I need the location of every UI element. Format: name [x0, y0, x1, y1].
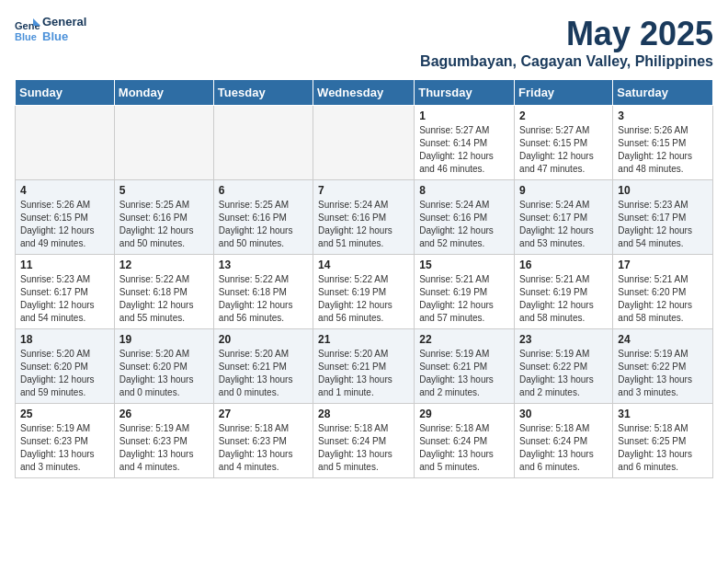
calendar-cell: 7Sunrise: 5:24 AM Sunset: 6:16 PM Daylig… — [313, 180, 415, 255]
day-info: Sunrise: 5:19 AM Sunset: 6:23 PM Dayligh… — [20, 422, 109, 474]
day-number: 2 — [519, 109, 608, 122]
day-info: Sunrise: 5:21 AM Sunset: 6:19 PM Dayligh… — [519, 273, 608, 325]
day-number: 31 — [618, 408, 708, 420]
header-thursday: Thursday — [415, 80, 515, 106]
day-number: 6 — [219, 184, 308, 197]
calendar-cell: 2Sunrise: 5:27 AM Sunset: 6:15 PM Daylig… — [515, 106, 613, 180]
header-monday: Monday — [114, 80, 213, 106]
logo-icon: General Blue — [15, 17, 40, 42]
calendar-cell: 15Sunrise: 5:21 AM Sunset: 6:19 PM Dayli… — [415, 255, 515, 329]
calendar-cell: 18Sunrise: 5:20 AM Sunset: 6:20 PM Dayli… — [16, 329, 115, 404]
week-row-1: 1Sunrise: 5:27 AM Sunset: 6:14 PM Daylig… — [16, 106, 713, 180]
day-info: Sunrise: 5:20 AM Sunset: 6:21 PM Dayligh… — [219, 348, 308, 399]
calendar-cell: 8Sunrise: 5:24 AM Sunset: 6:16 PM Daylig… — [415, 180, 515, 255]
day-info: Sunrise: 5:27 AM Sunset: 6:15 PM Dayligh… — [519, 124, 608, 176]
day-number: 28 — [318, 408, 409, 420]
day-number: 25 — [20, 408, 109, 420]
day-number: 23 — [519, 333, 608, 346]
calendar-cell: 29Sunrise: 5:18 AM Sunset: 6:24 PM Dayli… — [415, 404, 515, 478]
calendar-cell: 19Sunrise: 5:20 AM Sunset: 6:20 PM Dayli… — [114, 329, 213, 404]
day-number: 20 — [219, 333, 308, 346]
logo: General Blue General Blue — [15, 15, 86, 43]
calendar-cell: 21Sunrise: 5:20 AM Sunset: 6:21 PM Dayli… — [313, 329, 415, 404]
day-info: Sunrise: 5:20 AM Sunset: 6:20 PM Dayligh… — [20, 348, 109, 399]
day-number: 13 — [219, 259, 308, 271]
day-info: Sunrise: 5:25 AM Sunset: 6:16 PM Dayligh… — [219, 199, 308, 250]
day-info: Sunrise: 5:18 AM Sunset: 6:24 PM Dayligh… — [419, 422, 509, 474]
header-friday: Friday — [515, 80, 613, 106]
calendar-cell: 24Sunrise: 5:19 AM Sunset: 6:22 PM Dayli… — [613, 329, 713, 404]
calendar-cell: 20Sunrise: 5:20 AM Sunset: 6:21 PM Dayli… — [213, 329, 313, 404]
day-number: 26 — [119, 408, 209, 420]
calendar-cell: 28Sunrise: 5:18 AM Sunset: 6:24 PM Dayli… — [313, 404, 415, 478]
day-info: Sunrise: 5:24 AM Sunset: 6:16 PM Dayligh… — [419, 199, 509, 250]
day-info: Sunrise: 5:22 AM Sunset: 6:18 PM Dayligh… — [219, 273, 308, 325]
header-wednesday: Wednesday — [313, 80, 415, 106]
calendar-cell — [213, 106, 313, 180]
day-number: 8 — [419, 184, 509, 197]
logo-line1: General — [42, 15, 86, 29]
day-info: Sunrise: 5:25 AM Sunset: 6:16 PM Dayligh… — [119, 199, 209, 250]
calendar-cell: 22Sunrise: 5:19 AM Sunset: 6:21 PM Dayli… — [415, 329, 515, 404]
week-row-3: 11Sunrise: 5:23 AM Sunset: 6:17 PM Dayli… — [16, 255, 713, 329]
calendar-cell — [114, 106, 213, 180]
calendar-cell: 3Sunrise: 5:26 AM Sunset: 6:15 PM Daylig… — [613, 106, 713, 180]
svg-text:Blue: Blue — [15, 31, 37, 42]
calendar-cell: 30Sunrise: 5:18 AM Sunset: 6:24 PM Dayli… — [515, 404, 613, 478]
calendar-cell: 14Sunrise: 5:22 AM Sunset: 6:19 PM Dayli… — [313, 255, 415, 329]
day-info: Sunrise: 5:21 AM Sunset: 6:20 PM Dayligh… — [618, 273, 708, 325]
day-number: 15 — [419, 259, 509, 271]
header-saturday: Saturday — [613, 80, 713, 106]
title-block: May 2025 Bagumbayan, Cagayan Valley, Phi… — [420, 15, 713, 70]
week-row-5: 25Sunrise: 5:19 AM Sunset: 6:23 PM Dayli… — [16, 404, 713, 478]
day-number: 16 — [519, 259, 608, 271]
day-info: Sunrise: 5:24 AM Sunset: 6:17 PM Dayligh… — [519, 199, 608, 250]
calendar-cell: 17Sunrise: 5:21 AM Sunset: 6:20 PM Dayli… — [613, 255, 713, 329]
day-info: Sunrise: 5:19 AM Sunset: 6:22 PM Dayligh… — [519, 348, 608, 399]
day-info: Sunrise: 5:24 AM Sunset: 6:16 PM Dayligh… — [318, 199, 409, 250]
calendar-cell: 9Sunrise: 5:24 AM Sunset: 6:17 PM Daylig… — [515, 180, 613, 255]
day-number: 1 — [419, 109, 509, 122]
day-number: 7 — [318, 184, 409, 197]
logo-line2: Blue — [42, 29, 86, 44]
day-number: 9 — [519, 184, 608, 197]
day-number: 24 — [618, 333, 708, 346]
month-year: May 2025 — [420, 15, 713, 53]
day-info: Sunrise: 5:22 AM Sunset: 6:18 PM Dayligh… — [119, 273, 209, 325]
day-number: 4 — [20, 184, 109, 197]
header-sunday: Sunday — [16, 80, 115, 106]
day-info: Sunrise: 5:18 AM Sunset: 6:25 PM Dayligh… — [618, 422, 708, 474]
week-row-4: 18Sunrise: 5:20 AM Sunset: 6:20 PM Dayli… — [16, 329, 713, 404]
day-info: Sunrise: 5:18 AM Sunset: 6:23 PM Dayligh… — [219, 422, 308, 474]
calendar-cell: 13Sunrise: 5:22 AM Sunset: 6:18 PM Dayli… — [213, 255, 313, 329]
day-number: 12 — [119, 259, 209, 271]
day-info: Sunrise: 5:19 AM Sunset: 6:21 PM Dayligh… — [419, 348, 509, 399]
calendar-cell: 12Sunrise: 5:22 AM Sunset: 6:18 PM Dayli… — [114, 255, 213, 329]
day-info: Sunrise: 5:22 AM Sunset: 6:19 PM Dayligh… — [318, 273, 409, 325]
calendar-cell — [313, 106, 415, 180]
calendar-cell: 26Sunrise: 5:19 AM Sunset: 6:23 PM Dayli… — [114, 404, 213, 478]
location: Bagumbayan, Cagayan Valley, Philippines — [420, 53, 713, 70]
day-number: 11 — [20, 259, 109, 271]
day-info: Sunrise: 5:19 AM Sunset: 6:22 PM Dayligh… — [618, 348, 708, 399]
calendar-cell: 31Sunrise: 5:18 AM Sunset: 6:25 PM Dayli… — [613, 404, 713, 478]
day-number: 29 — [419, 408, 509, 420]
calendar-cell: 11Sunrise: 5:23 AM Sunset: 6:17 PM Dayli… — [16, 255, 115, 329]
calendar-cell: 16Sunrise: 5:21 AM Sunset: 6:19 PM Dayli… — [515, 255, 613, 329]
day-number: 22 — [419, 333, 509, 346]
calendar-cell: 27Sunrise: 5:18 AM Sunset: 6:23 PM Dayli… — [213, 404, 313, 478]
day-info: Sunrise: 5:19 AM Sunset: 6:23 PM Dayligh… — [119, 422, 209, 474]
day-number: 19 — [119, 333, 209, 346]
day-info: Sunrise: 5:23 AM Sunset: 6:17 PM Dayligh… — [618, 199, 708, 250]
calendar-cell: 25Sunrise: 5:19 AM Sunset: 6:23 PM Dayli… — [16, 404, 115, 478]
day-number: 17 — [618, 259, 708, 271]
day-info: Sunrise: 5:20 AM Sunset: 6:21 PM Dayligh… — [318, 348, 409, 399]
calendar-cell: 10Sunrise: 5:23 AM Sunset: 6:17 PM Dayli… — [613, 180, 713, 255]
weekday-header-row: Sunday Monday Tuesday Wednesday Thursday… — [16, 80, 713, 106]
day-number: 3 — [618, 109, 708, 122]
calendar-table: Sunday Monday Tuesday Wednesday Thursday… — [15, 79, 713, 478]
day-number: 30 — [519, 408, 608, 420]
calendar-cell: 6Sunrise: 5:25 AM Sunset: 6:16 PM Daylig… — [213, 180, 313, 255]
day-number: 10 — [618, 184, 708, 197]
calendar-cell: 23Sunrise: 5:19 AM Sunset: 6:22 PM Dayli… — [515, 329, 613, 404]
